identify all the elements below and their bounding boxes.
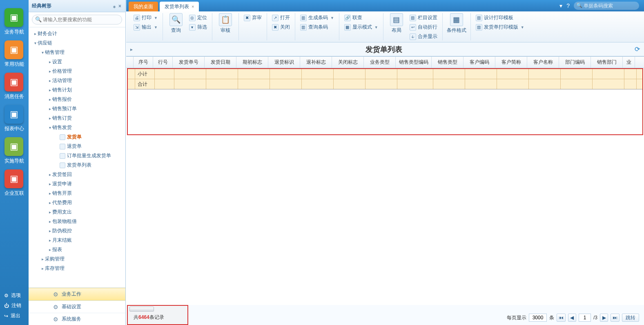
rail-bottom-item[interactable]: ↪退出 bbox=[3, 311, 25, 321]
tree-bottom-tab[interactable]: ⚙基础设置 bbox=[29, 301, 125, 313]
tree-item[interactable]: ▾销售管理 bbox=[29, 48, 125, 57]
display-mode-button[interactable]: ▦显示模式▼ bbox=[343, 23, 379, 31]
rail-button[interactable]: ▣ bbox=[4, 8, 23, 27]
tree-item[interactable]: 发货单列表 bbox=[29, 160, 125, 170]
locate-button[interactable]: ◎定位 bbox=[188, 14, 208, 22]
tree-panel-pin-icon[interactable]: ⁎ × bbox=[113, 3, 122, 9]
open-button[interactable]: ↗打开 bbox=[271, 14, 291, 22]
tree-item[interactable]: ▸月末结账 bbox=[29, 236, 125, 245]
barcode-search-input[interactable] bbox=[574, 2, 639, 10]
pager-jump-button[interactable]: 跳转 bbox=[622, 314, 639, 322]
tab[interactable]: 我的桌面 bbox=[129, 2, 158, 11]
tree-item[interactable]: ▸采购管理 bbox=[29, 254, 125, 264]
expand-icon: ▸ bbox=[47, 210, 52, 214]
tree-item[interactable]: ▸销售报价 bbox=[29, 95, 125, 104]
filter-button[interactable]: ▾筛选 bbox=[188, 23, 208, 31]
audit-button[interactable]: 📋审核 bbox=[216, 13, 234, 34]
pager-next-button[interactable]: ▶ bbox=[600, 314, 608, 322]
query-barcode-button[interactable]: ▥查询条码 bbox=[299, 23, 335, 31]
rail-button[interactable]: ▣ bbox=[4, 40, 23, 59]
rail-bottom-item[interactable]: ⚙选项 bbox=[3, 290, 25, 301]
relate-button[interactable]: 🔗联查 bbox=[343, 14, 379, 22]
tree-item[interactable]: ▸代垫费用 bbox=[29, 198, 125, 207]
tree-item[interactable]: ▸销售预订单 bbox=[29, 104, 125, 114]
tree-item[interactable]: ▸费用支出 bbox=[29, 207, 125, 217]
tree-item[interactable]: ▸价格管理 bbox=[29, 67, 125, 76]
tree-item[interactable]: ▸退货申请 bbox=[29, 179, 125, 189]
tree-item[interactable]: ▸财务会计 bbox=[29, 29, 125, 38]
column-header[interactable]: 发货日期 bbox=[205, 57, 236, 68]
tree-item[interactable]: ▸销售开票 bbox=[29, 189, 125, 198]
column-header[interactable]: 关闭标志 bbox=[332, 57, 364, 68]
tree-item[interactable]: ▾供应链 bbox=[29, 38, 125, 48]
per-page-input[interactable] bbox=[529, 314, 547, 322]
tree-item[interactable]: ▸报表 bbox=[29, 245, 125, 254]
cond-format-button[interactable]: ▦条件格式 bbox=[447, 13, 466, 34]
auto-wrap-button[interactable]: ↩自动折行 bbox=[409, 23, 438, 31]
tree-item[interactable]: ▸活动管理 bbox=[29, 76, 125, 85]
layout-button[interactable]: ▤布局 bbox=[388, 13, 406, 34]
table-cell bbox=[593, 69, 624, 79]
tree-item[interactable]: ▸销售计划 bbox=[29, 85, 125, 95]
column-header[interactable]: 退货标识 bbox=[268, 57, 300, 68]
print-button[interactable]: 🖨打印▼ bbox=[133, 14, 158, 22]
column-setting-button[interactable]: ▥栏目设置 bbox=[409, 14, 438, 22]
refresh-icon[interactable]: ⟳ bbox=[635, 45, 640, 53]
column-header[interactable]: 客户简称 bbox=[495, 57, 527, 68]
tree-item[interactable]: ▸发货签回 bbox=[29, 170, 125, 179]
pager-last-button[interactable]: ⏭ bbox=[611, 314, 619, 322]
column-header[interactable]: 部门编码 bbox=[559, 57, 591, 68]
rail-button[interactable]: ▣ bbox=[4, 169, 23, 188]
gen-barcode-button[interactable]: ▥生成条码▼ bbox=[299, 14, 335, 22]
rail-button[interactable]: ▣ bbox=[4, 105, 23, 124]
column-header[interactable]: 销售部门 bbox=[591, 57, 623, 68]
table-cell bbox=[334, 69, 365, 79]
column-header[interactable]: 客户编码 bbox=[464, 57, 495, 68]
column-header[interactable]: 期初标志 bbox=[236, 57, 268, 68]
export-button[interactable]: ⇲输出▼ bbox=[133, 23, 158, 31]
column-header[interactable]: 销售类型编码 bbox=[396, 57, 432, 68]
rail-bottom-item[interactable]: ⏻注销 bbox=[3, 301, 25, 311]
tree-item[interactable]: 订单批量生成发货单 bbox=[29, 151, 125, 160]
top-right-tools: ▾ ? 🔍 bbox=[559, 2, 639, 10]
tree-item[interactable]: ▸销售订货 bbox=[29, 114, 125, 123]
tree-item[interactable]: ▾销售发货 bbox=[29, 123, 125, 132]
rail-button[interactable]: ▣ bbox=[4, 73, 23, 91]
tree-item[interactable]: ▸设置 bbox=[29, 57, 125, 67]
horizontal-scrollbar[interactable] bbox=[129, 307, 154, 312]
tree-item[interactable]: ▸包装物租借 bbox=[29, 217, 125, 226]
column-header[interactable]: 销售类型 bbox=[432, 57, 464, 68]
tree-item[interactable]: 发货单 bbox=[29, 132, 125, 142]
ship-template-button[interactable]: ▥发货单打印模版▼ bbox=[475, 23, 525, 31]
tree-item[interactable]: 退货单 bbox=[29, 142, 125, 151]
tree-item-label: 防伪税控 bbox=[52, 227, 72, 234]
query-button[interactable]: 🔍查询 bbox=[167, 13, 185, 34]
column-header[interactable]: 序号 bbox=[134, 57, 153, 68]
close-button[interactable]: ✖关闭 bbox=[271, 23, 291, 31]
table-cell bbox=[238, 69, 270, 79]
column-header[interactable]: 业务类型 bbox=[364, 57, 396, 68]
column-header[interactable]: 客户名称 bbox=[527, 57, 559, 68]
help-icon[interactable]: ? bbox=[566, 2, 570, 9]
tree-item[interactable]: ▸防伪税控 bbox=[29, 226, 125, 236]
rail-button[interactable]: ▣ bbox=[4, 137, 23, 156]
tree-search-input[interactable] bbox=[32, 15, 122, 24]
merge-display-button[interactable]: ⫝合并显示 bbox=[409, 33, 438, 40]
column-header[interactable]: 退补标志 bbox=[300, 57, 332, 68]
column-header[interactable]: 业 bbox=[623, 57, 635, 68]
page-input[interactable] bbox=[579, 314, 591, 322]
discard-audit-button[interactable]: ✖弃审 bbox=[243, 14, 263, 22]
pager-first-button[interactable]: ⏮ bbox=[557, 314, 566, 322]
tab[interactable]: 发货单列表× bbox=[160, 2, 199, 11]
column-header[interactable]: 发货单号 bbox=[173, 57, 205, 68]
table-cell bbox=[155, 69, 174, 79]
dropdown-icon[interactable]: ▾ bbox=[559, 2, 562, 9]
column-header[interactable]: 行号 bbox=[153, 57, 173, 68]
close-icon[interactable]: × bbox=[192, 4, 194, 9]
tree-bottom-tab[interactable]: ⚙系统服务 bbox=[29, 313, 125, 325]
design-template-button[interactable]: ▥设计打印模板 bbox=[475, 14, 525, 22]
tree-item[interactable]: ▸库存管理 bbox=[29, 264, 125, 273]
tree-bottom-tab[interactable]: ⚙业务工作 bbox=[29, 288, 125, 301]
tree-item-label: 发货签回 bbox=[52, 171, 72, 178]
pager-prev-button[interactable]: ◀ bbox=[568, 314, 576, 322]
